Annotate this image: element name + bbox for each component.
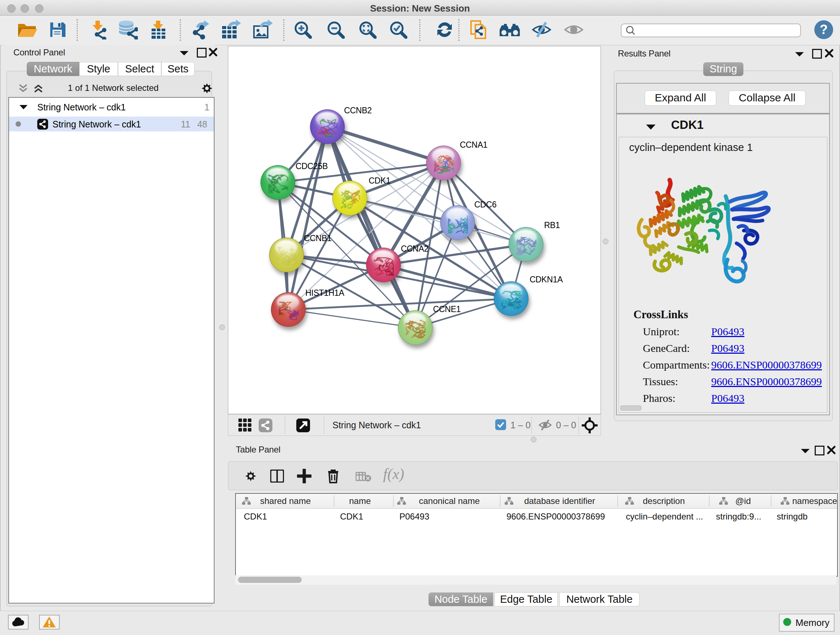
svg-text:?: ? — [820, 22, 828, 37]
